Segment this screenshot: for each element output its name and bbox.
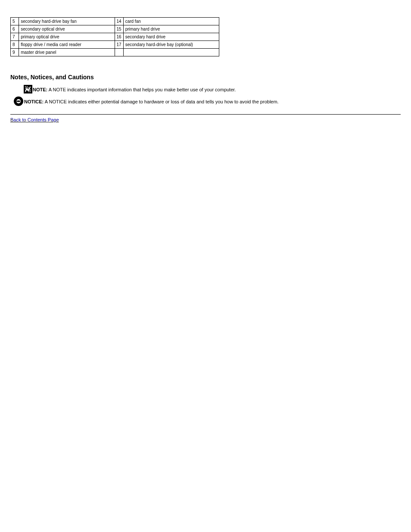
- cell-left-desc: secondary optical drive: [19, 25, 115, 33]
- notice-lead: NOTICE:: [24, 99, 44, 104]
- cell-left-desc: primary optical drive: [19, 33, 115, 41]
- cell-right-desc: primary hard drive: [123, 25, 219, 33]
- cell-right-desc: secondary hard drive: [123, 33, 219, 41]
- table-row: 8 floppy drive / media card reader 17 se…: [11, 41, 219, 49]
- table-row: 5 secondary hard-drive bay fan 14 card f…: [11, 18, 219, 25]
- cell-left-num: 7: [11, 33, 19, 41]
- cell-right-num: 14: [115, 18, 123, 25]
- cell-left-desc: secondary hard-drive bay fan: [19, 18, 115, 25]
- cell-left-num: 6: [11, 25, 19, 33]
- cell-right-desc: secondary hard-drive bay (optional): [123, 41, 219, 49]
- table-row: 9 master drive panel: [11, 49, 219, 56]
- cell-right-num: 16: [115, 33, 123, 41]
- cell-left-num: 8: [11, 41, 19, 49]
- cell-left-num: 5: [11, 18, 19, 25]
- table-row: 7 primary optical drive 16 secondary har…: [11, 33, 219, 41]
- note-body: A NOTE indicates important information t…: [49, 87, 236, 92]
- table-row: 6 secondary optical drive 15 primary har…: [11, 25, 219, 33]
- note-lead: NOTE:: [33, 87, 47, 92]
- cell-left-desc: floppy drive / media card reader: [19, 41, 115, 49]
- notice-icon: [13, 96, 24, 106]
- components-table: 5 secondary hard-drive bay fan 14 card f…: [10, 17, 219, 56]
- notice-body: A NOTICE indicates either potential dama…: [45, 99, 279, 104]
- separator: [10, 114, 401, 115]
- notice-text: NOTICE: A NOTICE indicates either potent…: [24, 96, 279, 105]
- cell-left-desc: master drive panel: [19, 49, 115, 56]
- cell-right-num: 15: [115, 25, 123, 33]
- notice-block: NOTICE: A NOTICE indicates either potent…: [13, 96, 401, 106]
- cell-left-num: 9: [11, 49, 19, 56]
- cell-right-desc: card fan: [123, 18, 219, 25]
- note-icon: [23, 85, 33, 93]
- notes-heading: Notes, Notices, and Cautions: [10, 74, 401, 81]
- note-block: NOTE: A NOTE indicates important informa…: [23, 85, 401, 93]
- cell-right-desc: [123, 49, 219, 56]
- cell-right-num: 17: [115, 41, 123, 49]
- back-to-contents-link[interactable]: Back to Contents Page: [10, 117, 59, 122]
- note-text: NOTE: A NOTE indicates important informa…: [33, 85, 236, 93]
- svg-rect-6: [17, 101, 19, 102]
- cell-right-num: [115, 49, 123, 56]
